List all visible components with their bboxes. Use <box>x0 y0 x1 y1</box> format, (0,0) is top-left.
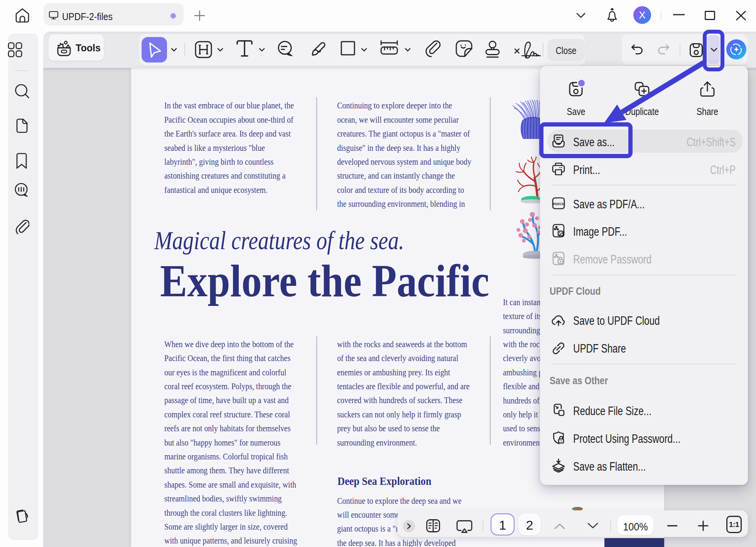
svg-text:PDF/A: PDF/A <box>553 202 564 206</box>
